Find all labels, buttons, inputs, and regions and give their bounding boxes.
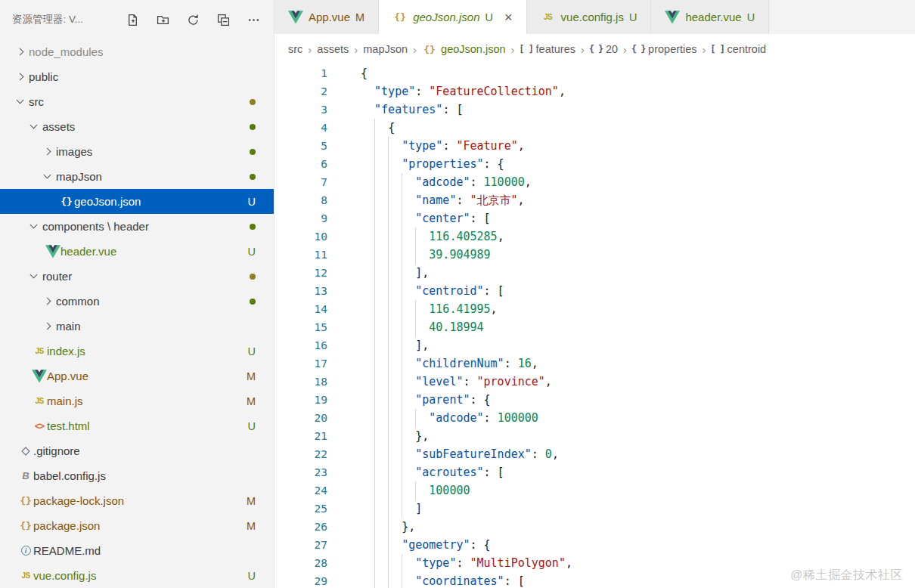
- code-line-content[interactable]: "properties": {: [361, 155, 504, 173]
- tab-app.vue[interactable]: App.vueM: [274, 0, 379, 34]
- breadcrumb-item-assets[interactable]: assets: [317, 43, 349, 55]
- js-icon: JS: [32, 344, 47, 359]
- tree-folder-mapjson[interactable]: mapJson: [0, 164, 274, 189]
- json-icon: {}: [422, 42, 437, 57]
- breadcrumb-item-properties[interactable]: { }properties: [632, 42, 696, 57]
- tree-item-label: node_modules: [29, 45, 103, 58]
- code-line-content[interactable]: "type": "Feature",: [361, 137, 525, 155]
- tree-file-package.json[interactable]: {}package.jsonM: [0, 513, 274, 538]
- tree-file-vue.config.js[interactable]: JSvue.config.jsU: [0, 563, 274, 588]
- new-file-icon[interactable]: [124, 11, 141, 28]
- code-line-content[interactable]: 39.904989: [361, 246, 491, 264]
- git-decoration: [250, 124, 274, 130]
- tree-folder-public[interactable]: public: [0, 64, 274, 89]
- tree-file-index.js[interactable]: JSindex.jsU: [0, 339, 274, 364]
- code-line-content[interactable]: 100000: [361, 481, 470, 500]
- code-line-content[interactable]: "adcode": 100000: [361, 409, 538, 427]
- tree-folder-images[interactable]: images: [0, 139, 274, 164]
- indent-guide: [388, 463, 389, 481]
- indent-guide: [415, 481, 416, 500]
- tree-folder-components-header[interactable]: components \ header: [0, 214, 274, 239]
- tree-file-.gitignore[interactable]: .gitignore: [0, 438, 274, 463]
- tab-label: App.vue: [309, 11, 350, 23]
- tree-folder-main[interactable]: main: [0, 314, 274, 339]
- tree-folder-assets[interactable]: assets: [0, 114, 274, 139]
- code-line-content[interactable]: "center": [: [361, 209, 491, 227]
- indent-guide: [402, 409, 402, 427]
- code-line: 16 ],: [274, 336, 915, 354]
- code-line-content[interactable]: 40.18994: [361, 318, 484, 336]
- code-line-content[interactable]: 116.405285,: [361, 227, 504, 246]
- code-line-content[interactable]: ],: [361, 336, 429, 354]
- git-icon: [18, 444, 33, 459]
- breadcrumb-item-geojson.json[interactable]: {}geoJson.json: [422, 42, 505, 57]
- code-line-content[interactable]: "parent": {: [361, 391, 491, 409]
- code-line-content[interactable]: "type": "FeatureCollection",: [361, 82, 566, 101]
- breadcrumb-item-src[interactable]: src: [288, 43, 302, 55]
- tree-file-main.js[interactable]: JSmain.jsM: [0, 388, 274, 413]
- code-line-content[interactable]: },: [361, 427, 429, 445]
- indent-guide: [388, 445, 389, 463]
- code-line-content[interactable]: {: [361, 64, 368, 82]
- code-line-content[interactable]: "name": "北京市",: [361, 191, 525, 209]
- code-line-content[interactable]: "type": "MultiPolygon",: [361, 554, 572, 572]
- git-decoration: [250, 149, 274, 155]
- indent-guide: [402, 481, 402, 500]
- indent-guide: [402, 246, 402, 264]
- indent-guide: [388, 246, 389, 264]
- code-line-content[interactable]: 116.41995,: [361, 300, 498, 318]
- tree-file-package-lock.json[interactable]: {}package-lock.jsonM: [0, 488, 274, 513]
- indent-guide: [402, 282, 402, 300]
- indent-guide: [374, 119, 375, 137]
- indent-guide: [388, 137, 389, 155]
- code-line-content[interactable]: ],: [361, 264, 429, 282]
- breadcrumb-item-centroid[interactable]: [ ]centroid: [712, 42, 767, 57]
- breadcrumb-item-20[interactable]: { }20: [590, 42, 618, 57]
- tree-folder-node-modules[interactable]: node_modules: [0, 39, 274, 64]
- code-line: 3 "features": [: [274, 101, 915, 119]
- code-line: 7 "adcode": 110000,: [274, 173, 915, 191]
- tree-file-babel.config.js[interactable]: Bbabel.config.js: [0, 463, 274, 488]
- new-folder-icon[interactable]: [154, 11, 171, 28]
- breadcrumb-label: mapJson: [363, 43, 408, 55]
- indent-guide: [402, 554, 402, 572]
- breadcrumb-item-mapjson[interactable]: mapJson: [363, 43, 408, 55]
- code-line-content[interactable]: "coordinates": [: [361, 572, 525, 588]
- tree-file-test.html[interactable]: <>test.htmlU: [0, 413, 274, 438]
- tree-folder-src[interactable]: src: [0, 89, 274, 114]
- tab-vue.config.js[interactable]: JSvue.config.jsU: [527, 0, 652, 34]
- more-actions-icon[interactable]: [245, 11, 262, 28]
- tree-file-app.vue[interactable]: App.vueM: [0, 364, 274, 388]
- indent-guide: [374, 354, 375, 373]
- code-line-content[interactable]: },: [361, 518, 415, 536]
- code-line-content[interactable]: "features": [: [361, 101, 463, 119]
- code-line-content[interactable]: "level": "province",: [361, 373, 552, 391]
- tree-folder-router[interactable]: router: [0, 264, 274, 289]
- code-line-content[interactable]: "childrenNum": 16,: [361, 354, 538, 373]
- code-line-content[interactable]: {: [361, 119, 395, 137]
- tab-header.vue[interactable]: header.vueU: [651, 0, 769, 34]
- indent-guide: [402, 227, 402, 246]
- indent-guide: [374, 155, 375, 173]
- git-status-badge: M: [247, 495, 256, 507]
- breadcrumb-label: features: [536, 43, 575, 55]
- code-line-content[interactable]: "adcode": 110000,: [361, 173, 532, 191]
- code-line-content[interactable]: "acroutes": [: [361, 463, 504, 481]
- git-change-dot-icon: [250, 224, 256, 230]
- chevron-right-icon: [39, 319, 56, 334]
- code-line-content[interactable]: "subFeatureIndex": 0,: [361, 445, 559, 463]
- refresh-icon[interactable]: [185, 11, 201, 28]
- tree-file-geojson.json[interactable]: {}geoJson.jsonU: [0, 189, 274, 214]
- close-icon[interactable]: ×: [504, 11, 513, 24]
- code-editor[interactable]: 1{2 "type": "FeatureCollection",3 "featu…: [274, 64, 915, 588]
- breadcrumb-item-features[interactable]: [ ]features: [520, 42, 575, 57]
- collapse-folders-icon[interactable]: [215, 11, 231, 28]
- tab-geojson.json[interactable]: {}geoJson.jsonU×: [379, 0, 526, 34]
- tree-file-header.vue[interactable]: header.vueU: [0, 239, 274, 264]
- code-line-content[interactable]: "geometry": {: [361, 536, 491, 554]
- code-line-content[interactable]: ]: [361, 500, 422, 518]
- git-change-dot-icon: [250, 124, 256, 130]
- tree-file-readme.md[interactable]: iREADME.md: [0, 538, 274, 563]
- tree-folder-common[interactable]: common: [0, 289, 274, 314]
- code-line-content[interactable]: "centroid": [: [361, 282, 504, 300]
